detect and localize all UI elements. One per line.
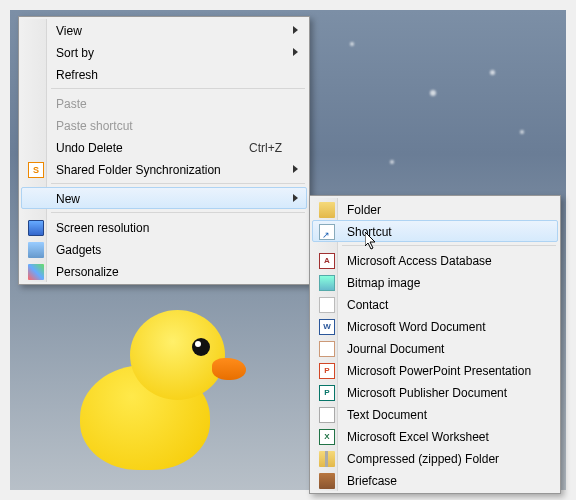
new-submenu: Folder Shortcut A Microsoft Access Datab…	[309, 195, 561, 494]
submenu-item-shortcut[interactable]: Shortcut	[312, 220, 558, 242]
menu-item-view[interactable]: View	[21, 19, 307, 41]
menu-label: Microsoft PowerPoint Presentation	[347, 364, 531, 378]
submenu-item-publisher[interactable]: P Microsoft Publisher Document	[312, 381, 558, 403]
menu-separator	[51, 183, 305, 184]
menu-label: Paste	[56, 97, 87, 111]
menu-label: Compressed (zipped) Folder	[347, 452, 499, 466]
rubber-duck-wallpaper	[70, 310, 240, 470]
menu-item-shared-sync[interactable]: S Shared Folder Synchronization	[21, 158, 307, 180]
menu-item-sort-by[interactable]: Sort by	[21, 41, 307, 63]
submenu-item-bitmap[interactable]: Bitmap image	[312, 271, 558, 293]
submenu-item-word[interactable]: W Microsoft Word Document	[312, 315, 558, 337]
monitor-icon	[28, 220, 44, 236]
publisher-icon: P	[319, 385, 335, 401]
desktop-context-menu: View Sort by Refresh Paste Paste shortcu…	[18, 16, 310, 285]
menu-label: Bitmap image	[347, 276, 420, 290]
folder-icon	[319, 202, 335, 218]
menu-item-paste: Paste	[21, 92, 307, 114]
menu-item-undo-delete[interactable]: Undo Delete Ctrl+Z	[21, 136, 307, 158]
submenu-item-powerpoint[interactable]: P Microsoft PowerPoint Presentation	[312, 359, 558, 381]
menu-separator	[51, 88, 305, 89]
menu-label: Paste shortcut	[56, 119, 133, 133]
submenu-item-text[interactable]: Text Document	[312, 403, 558, 425]
submenu-item-journal[interactable]: Journal Document	[312, 337, 558, 359]
sync-icon: S	[28, 162, 44, 178]
menu-label: View	[56, 24, 82, 38]
menu-item-screen-resolution[interactable]: Screen resolution	[21, 216, 307, 238]
excel-icon: X	[319, 429, 335, 445]
submenu-arrow-icon	[293, 194, 298, 202]
menu-label: Briefcase	[347, 474, 397, 488]
submenu-arrow-icon	[293, 48, 298, 56]
menu-label: Contact	[347, 298, 388, 312]
powerpoint-icon: P	[319, 363, 335, 379]
menu-label: Folder	[347, 203, 381, 217]
menu-label: New	[56, 192, 80, 206]
briefcase-icon	[319, 473, 335, 489]
keyboard-shortcut: Ctrl+Z	[249, 137, 282, 159]
menu-label: Text Document	[347, 408, 427, 422]
submenu-item-access[interactable]: A Microsoft Access Database	[312, 249, 558, 271]
shortcut-icon	[319, 224, 335, 240]
menu-item-gadgets[interactable]: Gadgets	[21, 238, 307, 260]
word-icon: W	[319, 319, 335, 335]
contact-icon	[319, 297, 335, 313]
gadget-icon	[28, 242, 44, 258]
submenu-item-contact[interactable]: Contact	[312, 293, 558, 315]
submenu-item-zip[interactable]: Compressed (zipped) Folder	[312, 447, 558, 469]
menu-item-personalize[interactable]: Personalize	[21, 260, 307, 282]
menu-label: Refresh	[56, 68, 98, 82]
journal-icon	[319, 341, 335, 357]
submenu-item-briefcase[interactable]: Briefcase	[312, 469, 558, 491]
text-file-icon	[319, 407, 335, 423]
submenu-item-excel[interactable]: X Microsoft Excel Worksheet	[312, 425, 558, 447]
submenu-arrow-icon	[293, 26, 298, 34]
menu-label: Microsoft Word Document	[347, 320, 486, 334]
menu-label: Sort by	[56, 46, 94, 60]
bitmap-icon	[319, 275, 335, 291]
menu-label: Microsoft Access Database	[347, 254, 492, 268]
menu-label: Microsoft Excel Worksheet	[347, 430, 489, 444]
menu-label: Shared Folder Synchronization	[56, 163, 221, 177]
zip-folder-icon	[319, 451, 335, 467]
menu-label: Gadgets	[56, 243, 101, 257]
menu-label: Screen resolution	[56, 221, 149, 235]
personalize-icon	[28, 264, 44, 280]
menu-label: Personalize	[56, 265, 119, 279]
menu-item-refresh[interactable]: Refresh	[21, 63, 307, 85]
menu-label: Journal Document	[347, 342, 444, 356]
cursor-icon	[365, 232, 379, 252]
menu-label: Microsoft Publisher Document	[347, 386, 507, 400]
menu-separator	[51, 212, 305, 213]
submenu-item-folder[interactable]: Folder	[312, 198, 558, 220]
menu-label: Undo Delete	[56, 141, 123, 155]
menu-item-paste-shortcut: Paste shortcut	[21, 114, 307, 136]
submenu-arrow-icon	[293, 165, 298, 173]
menu-item-new[interactable]: New	[21, 187, 307, 209]
access-icon: A	[319, 253, 335, 269]
